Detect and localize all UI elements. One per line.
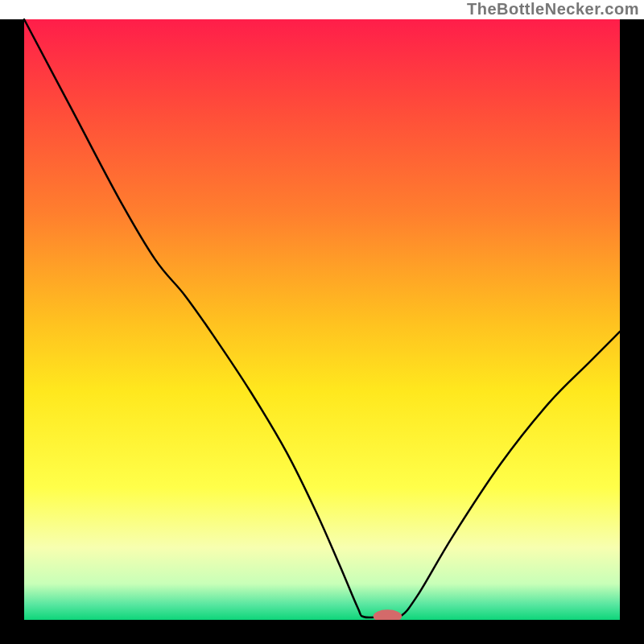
- axis-frame: [0, 620, 644, 644]
- attribution-label: TheBottleNecker.com: [467, 0, 639, 19]
- axis-frame: [0, 19, 24, 644]
- chart-container: TheBottleNecker.com: [0, 0, 644, 644]
- plot-background: [24, 19, 620, 620]
- bottleneck-chart: [0, 0, 644, 644]
- axis-frame: [620, 19, 644, 644]
